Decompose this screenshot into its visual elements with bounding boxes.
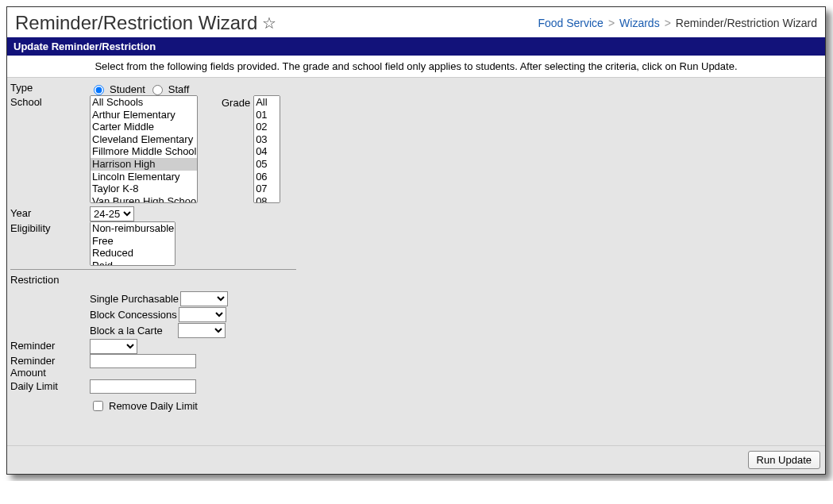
label-school: School xyxy=(10,95,90,109)
breadcrumb-wizards[interactable]: Wizards xyxy=(619,17,660,29)
label-remove-daily-limit: Remove Daily Limit xyxy=(109,400,198,412)
breadcrumb-current: Reminder/Restriction Wizard xyxy=(676,17,817,29)
label-block-alacarte: Block a la Carte xyxy=(90,325,163,337)
breadcrumb-food-service[interactable]: Food Service xyxy=(538,17,603,29)
breadcrumb-sep-2: > xyxy=(665,17,671,29)
reminder-select[interactable] xyxy=(90,339,137,354)
remove-daily-limit-checkbox[interactable] xyxy=(93,401,103,411)
daily-limit-input[interactable] xyxy=(90,379,196,394)
label-grade: Grade xyxy=(222,95,250,109)
label-year: Year xyxy=(10,206,90,220)
label-block-concessions: Block Concessions xyxy=(90,309,177,321)
block-alacarte-select[interactable] xyxy=(178,323,226,338)
grade-listbox[interactable]: All010203040506070809 xyxy=(253,95,280,203)
run-update-button[interactable]: Run Update xyxy=(748,451,820,469)
favorite-star-icon[interactable]: ☆ xyxy=(262,13,276,33)
header: Reminder/Restriction Wizard ☆ Food Servi… xyxy=(7,7,825,37)
label-reminder-amount: Reminder Amount xyxy=(10,354,90,379)
label-eligibility: Eligibility xyxy=(10,221,90,235)
radio-staff-label: Staff xyxy=(168,83,190,95)
page-title: Reminder/Restriction Wizard xyxy=(15,12,257,34)
single-purchasable-select[interactable] xyxy=(180,291,228,306)
breadcrumb: Food Service > Wizards > Reminder/Restri… xyxy=(538,17,817,29)
breadcrumb-sep-1: > xyxy=(608,17,615,29)
label-restriction: Restriction xyxy=(10,273,90,287)
block-concessions-select[interactable] xyxy=(179,307,226,322)
radio-staff[interactable] xyxy=(152,85,163,95)
year-select[interactable]: 24-25 xyxy=(90,206,134,221)
radio-student-label: Student xyxy=(110,83,145,95)
divider xyxy=(10,269,296,270)
label-type: Type xyxy=(10,81,90,94)
label-single-purchasable: Single Purchasable xyxy=(90,293,179,305)
reminder-amount-input[interactable] xyxy=(90,354,196,368)
section-title: Update Reminder/Restriction xyxy=(7,37,825,56)
label-daily-limit: Daily Limit xyxy=(10,379,90,393)
eligibility-listbox[interactable]: Non-reimbursableFreeReducedPaid xyxy=(90,221,175,266)
label-reminder: Reminder xyxy=(10,339,90,352)
radio-student[interactable] xyxy=(94,85,104,95)
school-listbox[interactable]: All SchoolsArthur ElementaryCarter Middl… xyxy=(90,95,198,203)
instruction-text: Select from the following fields provide… xyxy=(7,56,825,78)
